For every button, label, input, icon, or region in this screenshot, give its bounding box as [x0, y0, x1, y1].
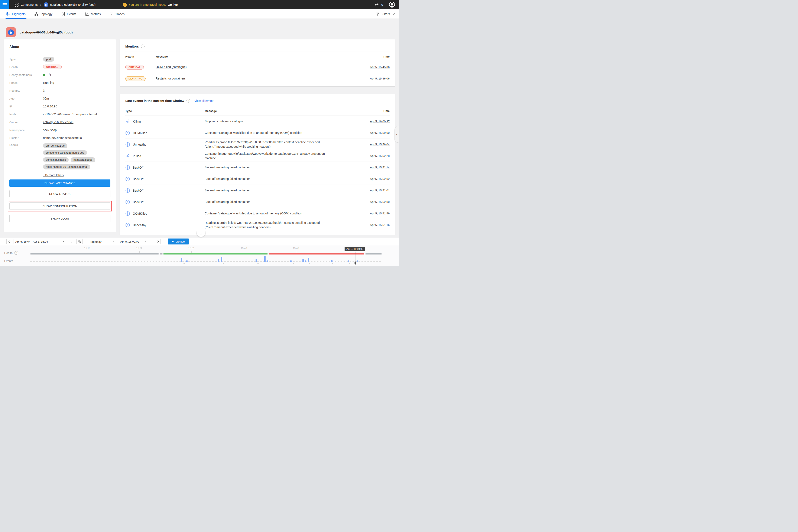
time-travel-warning: ! You are in time travel mode. Go live — [123, 3, 177, 7]
event-histogram-bar — [255, 260, 257, 262]
running-icon — [125, 154, 130, 158]
tab-traces[interactable]: Traces — [109, 10, 125, 19]
table-row[interactable]: CRITICAL OOM Killed (catalogue) Apr 5, 1… — [125, 61, 390, 73]
tab-label: Events — [67, 12, 76, 16]
table-row[interactable]: Unhealthy Readiness probe failed: Get "h… — [125, 219, 390, 231]
filters-button[interactable]: Filters — [376, 12, 395, 16]
event-time-link[interactable]: Apr 5, 15:59:00 — [352, 131, 390, 134]
events-row-label: Events — [4, 260, 13, 263]
axis-tick-label: 15:13 — [84, 247, 90, 249]
view-all-events-link[interactable]: View all events — [194, 99, 214, 102]
zoom-out-button[interactable] — [76, 239, 83, 244]
go-live-button[interactable]: Go live — [168, 239, 189, 245]
chevron-right-icon — [156, 240, 160, 243]
event-message: Stopping container catalogue — [202, 119, 328, 124]
monitor-link[interactable]: Restarts for containers — [156, 77, 186, 80]
event-time-link[interactable]: Apr 5, 15:51:59 — [352, 212, 390, 215]
event-time-link[interactable]: Apr 5, 15:52:01 — [352, 189, 390, 192]
expand-events-button[interactable] — [196, 231, 206, 237]
annotation-highlight-box: SHOW CONFIGURATION — [8, 201, 112, 211]
tab-events[interactable]: Events — [61, 10, 77, 19]
field-label: Ready containers — [10, 73, 43, 77]
event-time-link[interactable]: Apr 5, 15:51:16 — [352, 223, 390, 227]
event-histogram-bar — [186, 261, 188, 262]
table-row[interactable]: Killing Stopping container catalogue Apr… — [125, 116, 390, 127]
more-labels-link[interactable]: +15 more labels — [43, 173, 63, 177]
collapse-panel-handle[interactable]: ‹ — [395, 126, 399, 142]
help-icon[interactable] — [187, 99, 190, 102]
time-controls-bar: Apr 5, 15:04 - Apr 5, 16:04 Topology Apr… — [0, 238, 399, 245]
event-message: Back-off restarting failed container — [202, 188, 328, 193]
table-row[interactable]: DEVIATING Restarts for containers Apr 5,… — [125, 73, 390, 84]
monitor-time-link[interactable]: Apr 5, 15:46:06 — [352, 77, 390, 80]
table-row[interactable]: OOMKilled Container 'catalogue' was kill… — [125, 127, 390, 139]
event-sub-mark — [184, 263, 185, 264]
table-row[interactable]: BackOff Back-off restarting failed conta… — [125, 173, 390, 185]
tab-highlights[interactable]: Highlights — [6, 10, 26, 19]
monitor-link[interactable]: OOM Killed (catalogue) — [156, 65, 187, 69]
show-configuration-button[interactable]: SHOW CONFIGURATION — [10, 203, 110, 210]
pin-icon[interactable] — [374, 2, 379, 7]
breadcrumb-section[interactable]: Components — [21, 3, 38, 6]
hamburger-menu-button[interactable] — [0, 0, 10, 10]
show-status-button[interactable]: SHOW STATUS — [10, 190, 110, 197]
time-next-button[interactable] — [155, 239, 161, 244]
event-time-link[interactable]: Apr 5, 15:52:02 — [352, 177, 390, 180]
alert-circle-icon — [125, 223, 130, 227]
column-header-message: Message — [153, 55, 352, 58]
event-sub-mark — [258, 263, 259, 264]
field-label: Phase — [10, 81, 43, 84]
table-row[interactable]: BackOff Back-off restarting failed conta… — [125, 162, 390, 173]
help-icon[interactable] — [141, 44, 145, 48]
about-heading: About — [10, 45, 110, 49]
time-range-select[interactable]: Apr 5, 15:04 - Apr 5, 16:04 — [13, 239, 67, 244]
page-header: catalogue-69b58cb649-gjl5v (pod) — [6, 27, 73, 37]
type-badge: pod — [43, 57, 54, 62]
table-row[interactable]: OOMKilled Container 'catalogue' was kill… — [125, 208, 390, 219]
show-logs-button[interactable]: SHOW LOGS — [10, 215, 110, 222]
event-type: OOMKilled — [133, 212, 147, 215]
breadcrumb-entity[interactable]: catalogue-69b58cb649-gjl5v (pod) — [50, 3, 95, 6]
show-last-change-button[interactable]: SHOW LAST CHANGE — [10, 179, 110, 187]
alert-circle-icon — [125, 142, 130, 147]
help-icon[interactable] — [15, 251, 18, 255]
event-sub-mark — [293, 263, 294, 264]
time-prev-button[interactable] — [111, 239, 116, 244]
zoom-out-icon — [78, 240, 81, 243]
monitor-time-link[interactable]: Apr 5, 15:45:06 — [352, 65, 390, 69]
event-type: BackOff — [133, 189, 144, 192]
range-prev-button[interactable] — [6, 239, 12, 244]
go-live-link[interactable]: Go live — [168, 3, 178, 6]
event-time-link[interactable]: Apr 5, 16:00:37 — [352, 120, 390, 123]
event-histogram-bar — [221, 257, 222, 262]
owner-link[interactable]: catalogue-69b58cb649 — [43, 120, 73, 124]
tab-label: Topology — [40, 12, 53, 16]
range-next-button[interactable] — [69, 239, 74, 244]
event-time-link[interactable]: Apr 5, 15:52:14 — [352, 166, 390, 169]
axis-tick-line — [191, 251, 192, 253]
event-time-link[interactable]: Apr 5, 15:52:00 — [352, 201, 390, 204]
event-type: Pulled — [133, 154, 141, 158]
events-icon — [61, 12, 65, 16]
table-row[interactable]: Unhealthy Readiness probe failed: Get "h… — [125, 139, 390, 150]
tab-topology[interactable]: Topology — [34, 10, 53, 19]
alert-circle-icon — [125, 188, 130, 193]
topology-time-select[interactable]: Apr 5, 16:00:09 — [118, 239, 149, 244]
field-label: Node — [10, 113, 43, 116]
table-row[interactable]: BackOff Back-off restarting failed conta… — [125, 196, 390, 208]
tab-metrics[interactable]: Metrics — [85, 10, 101, 19]
event-type: BackOff — [133, 177, 144, 181]
time-cursor-handle[interactable] — [355, 262, 356, 265]
table-row[interactable]: Pulled Container image "quay.io/stacksta… — [125, 150, 390, 162]
monitors-table-header: Health Message Time — [125, 52, 390, 61]
event-time-link[interactable]: Apr 5, 15:52:28 — [352, 154, 390, 157]
event-time-link[interactable]: Apr 5, 15:56:04 — [352, 143, 390, 146]
event-message: Back-off restarting failed container — [202, 165, 328, 170]
table-row[interactable]: BackOff Back-off restarting failed conta… — [125, 185, 390, 196]
user-avatar[interactable] — [389, 1, 395, 8]
timeline-plot[interactable]: 15:1315:2215:3115:4015:49Apr 5, 16:00:09 — [30, 245, 382, 266]
label-chip: node-name:ip-10-...ompute.internal — [43, 164, 90, 169]
label-chip: name:catalogue — [71, 157, 95, 163]
pin-count: 0 — [381, 3, 383, 6]
events-table-header: Type Message Time — [125, 106, 390, 116]
